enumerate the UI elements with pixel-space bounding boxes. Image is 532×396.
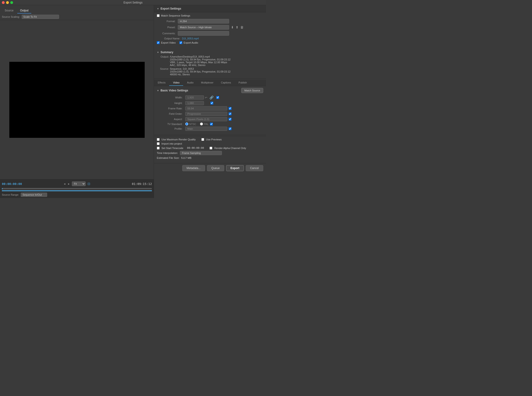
summary-output-line2: 1920x1080 (1.0), 59.94 fps, Progressive,… <box>170 58 231 61</box>
set-start-timecode-checkbox[interactable] <box>157 147 160 150</box>
export-audio-row: Export Audio <box>179 41 198 44</box>
tab-publish[interactable]: Publish <box>235 80 251 86</box>
summary-output-line4: AAC, 320 kbps, 48 kHz, Stereo <box>170 64 231 66</box>
comments-row: Comments: <box>157 31 263 36</box>
tv-standard-radio-group: NTSC PAL <box>185 122 209 125</box>
height-checkbox[interactable] <box>210 102 213 105</box>
summary-output-row: Output: /Users/ben/Desktop/DJI_0053.mp4 … <box>157 55 263 66</box>
tab-output[interactable]: Output <box>17 8 31 13</box>
tab-captions[interactable]: Captions <box>217 80 235 86</box>
fit-select[interactable]: Fit 25% 50% 100% <box>72 181 86 186</box>
preset-select[interactable]: Match Source – High bitrate Match Source… <box>178 25 229 30</box>
preset-row: Preset: Match Source – High bitrate Matc… <box>157 25 263 30</box>
export-button[interactable]: Export <box>226 165 244 171</box>
match-source-button[interactable]: Match Source <box>241 88 263 93</box>
profile-checkbox[interactable] <box>229 127 231 130</box>
timeline-area: 00:00:00:00 ◄ ► Fit 25% 50% 100% ⊡ 01:09… <box>0 179 154 198</box>
bvs-title-row: ▼ Basic Video Settings <box>157 89 188 92</box>
time-interpolation-select[interactable]: Frame Sampling Frame Blending Optical Fl… <box>180 151 222 155</box>
video-preview <box>9 62 145 138</box>
summary-source-line2: 1920x1080 (1.0), 59.94 fps, Progressive,… <box>170 70 231 73</box>
export-video-checkbox[interactable] <box>157 41 160 44</box>
width-input[interactable] <box>185 95 204 99</box>
max-render-quality-label: Use Maximum Render Quality <box>161 138 196 141</box>
tab-video[interactable]: Video <box>169 80 183 86</box>
width-checkbox[interactable] <box>216 96 219 99</box>
set-start-timecode-label: Set Start Timecode <box>161 147 183 150</box>
queue-button[interactable]: Queue <box>207 165 224 171</box>
render-alpha-label: Render Alpha Channel Only <box>214 147 246 150</box>
match-sequence-label: Match Sequence Settings <box>161 14 190 17</box>
pal-label: PAL <box>204 123 209 125</box>
use-previews-checkbox[interactable] <box>201 138 204 141</box>
summary-collapse-icon[interactable]: ▼ <box>157 51 159 54</box>
tab-source[interactable]: Source <box>2 8 16 13</box>
time-interpolation-row: Time Interpolation: Frame Sampling Frame… <box>157 151 263 155</box>
timecode-end: 01:09:15:12 <box>132 182 152 186</box>
comments-label: Comments: <box>157 32 176 35</box>
maximize-button[interactable] <box>10 1 13 4</box>
match-sequence-checkbox[interactable] <box>157 14 160 17</box>
timeline-bar[interactable] <box>2 188 152 189</box>
aspect-select[interactable]: Square Pixels (1.0) D1/DV NTSC (0.9091) <box>185 117 227 121</box>
video-tabs: Effects Video Audio Multiplexer Captions… <box>154 80 266 86</box>
field-order-select[interactable]: Progressive Upper First Lower First <box>185 112 227 116</box>
tv-standard-checkbox[interactable] <box>210 123 213 125</box>
profile-label: Profile: <box>157 127 183 130</box>
frame-rate-label: Frame Rate: <box>157 107 183 110</box>
height-row: Height: <box>157 101 263 105</box>
pal-option[interactable]: PAL <box>200 122 209 125</box>
tab-audio[interactable]: Audio <box>183 80 197 86</box>
save-preset-btn[interactable]: ⬇ <box>231 25 234 30</box>
summary-output-details: /Users/ben/Desktop/DJI_0053.mp4 1920x108… <box>170 55 231 66</box>
close-button[interactable] <box>2 1 5 4</box>
format-select[interactable]: H.264 H.265 ProRes <box>178 19 229 23</box>
timeline-progress <box>2 188 3 189</box>
field-order-checkbox[interactable] <box>229 112 231 115</box>
max-render-quality-checkbox[interactable] <box>157 138 160 141</box>
cancel-button[interactable]: Cancel <box>246 165 263 171</box>
source-scaling-select[interactable]: Scale To Fit Scale To Fill Stretch To Fi… <box>22 15 59 19</box>
use-previews-label: Use Previews <box>206 138 222 141</box>
playback-controls: ◄ ► Fit 25% 50% 100% ⊡ <box>64 181 90 186</box>
collapse-arrow-icon[interactable]: ▼ <box>157 7 159 10</box>
tab-effects[interactable]: Effects <box>154 80 169 86</box>
height-input[interactable] <box>185 101 204 105</box>
frame-rate-checkbox[interactable] <box>229 107 231 110</box>
tab-multiplexer[interactable]: Multiplexer <box>197 80 217 86</box>
source-scaling-row: Source Scaling: Scale To Fit Scale To Fi… <box>0 13 154 20</box>
delete-preset-btn[interactable]: 🗑 <box>240 25 244 30</box>
source-output-tabs: Source Output <box>0 5 154 13</box>
bvs-collapse-icon[interactable]: ▼ <box>157 89 159 92</box>
basic-video-section: ▼ Basic Video Settings Match Source Widt… <box>154 86 266 134</box>
aspect-checkbox[interactable] <box>229 118 231 121</box>
field-order-row: Field Order: Progressive Upper First Low… <box>157 112 263 116</box>
file-size-value: 5117 MB <box>181 157 191 159</box>
field-order-label: Field Order: <box>157 112 183 115</box>
play-forward-btn[interactable]: ► <box>68 183 70 185</box>
output-name-link[interactable]: DJI_0053.mp4 <box>182 37 199 40</box>
profile-row: Profile: Main High Baseline <box>157 127 263 131</box>
ntsc-radio[interactable] <box>185 122 188 125</box>
traffic-lights <box>2 1 13 4</box>
timeline-scrubber[interactable] <box>2 190 152 191</box>
window-title: Export Settings <box>124 1 142 4</box>
profile-select[interactable]: Main High Baseline <box>185 127 227 131</box>
import-preset-btn[interactable]: ⬆ <box>235 25 239 30</box>
frame-rate-select[interactable]: 59.94 29.97 23.976 <box>185 106 227 111</box>
pal-radio[interactable] <box>200 122 203 125</box>
export-audio-checkbox[interactable] <box>179 41 182 44</box>
import-into-project-checkbox[interactable] <box>157 142 160 145</box>
export-checkboxes: Export Video Export Audio <box>157 41 263 46</box>
source-range-select[interactable]: Sequence In/Out Work Area In/Out Entire … <box>21 193 47 197</box>
metadata-button[interactable]: Metadata... <box>182 165 205 171</box>
play-back-btn[interactable]: ◄ <box>64 183 66 185</box>
comments-input[interactable] <box>178 31 229 36</box>
minimize-button[interactable] <box>6 1 9 4</box>
aspect-label: Aspect: <box>157 118 183 121</box>
fullscreen-icon[interactable]: ⊡ <box>88 182 90 186</box>
render-alpha-checkbox[interactable] <box>210 147 212 150</box>
export-video-label: Export Video <box>161 41 176 44</box>
ntsc-option[interactable]: NTSC <box>185 122 196 125</box>
aspect-row: Aspect: Square Pixels (1.0) D1/DV NTSC (… <box>157 117 263 121</box>
